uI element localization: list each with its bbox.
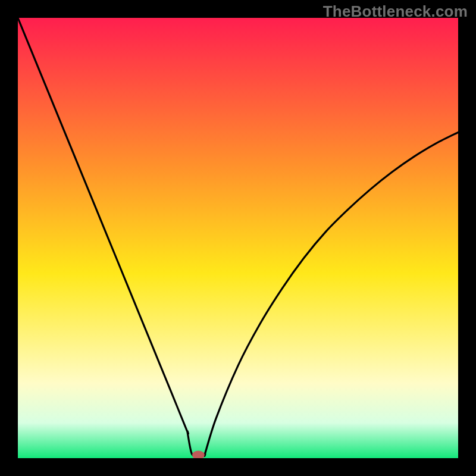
outer-frame: TheBottleneck.com xyxy=(0,0,476,476)
gradient-background xyxy=(18,18,458,458)
chart-canvas xyxy=(18,18,458,458)
plot-area xyxy=(18,18,458,458)
